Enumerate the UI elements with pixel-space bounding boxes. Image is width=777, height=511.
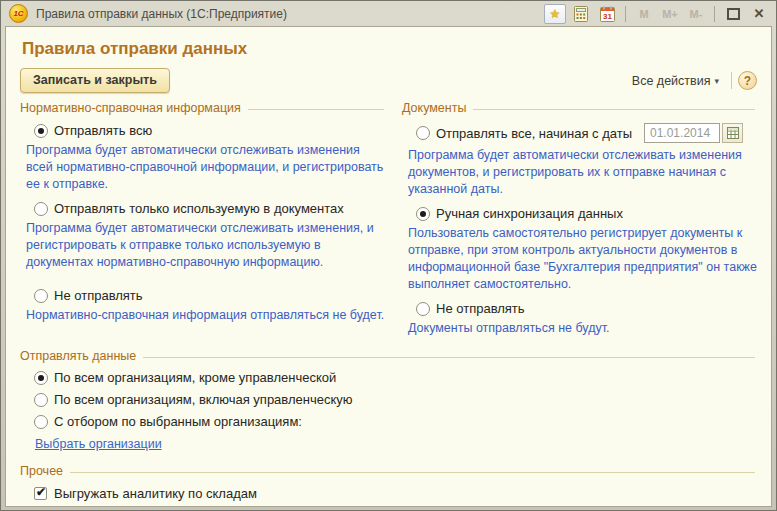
group-title: Документы (402, 101, 466, 115)
1c-logo-icon: 1С (9, 4, 28, 23)
group-title: Прочее (20, 464, 63, 478)
radio-button[interactable] (34, 289, 48, 303)
memory-m-plus-button[interactable]: M+ (659, 4, 681, 24)
group-title: Отправлять данные (20, 349, 136, 363)
option-description: Пользователь самостоятельно регистрирует… (408, 225, 757, 293)
maximize-icon (727, 8, 740, 20)
favorites-button[interactable]: ★ (544, 4, 566, 24)
calculator-button[interactable] (570, 4, 592, 24)
radio-label: Не отправлять (54, 288, 143, 303)
date-picker-button[interactable] (722, 123, 743, 143)
radio-button[interactable] (416, 126, 430, 140)
help-button[interactable]: ? (738, 71, 757, 90)
send_data-option[interactable]: По всем организациям, кроме управленческ… (34, 370, 757, 385)
calendar-button[interactable]: 31 (596, 4, 618, 24)
memory-m-button[interactable]: M (633, 4, 655, 24)
all-actions-label: Все действия (632, 74, 711, 88)
radio-label: С отбором по выбранным организациям: (54, 414, 302, 429)
radio-button[interactable] (34, 371, 48, 385)
group-header-other: Прочее (20, 464, 757, 478)
titlebar-separator (625, 6, 626, 22)
send_data-option[interactable]: С отбором по выбранным организациям: (34, 414, 757, 429)
titlebar-buttons: ★ 31 M M+ M- (544, 4, 770, 24)
radio-button[interactable] (34, 393, 48, 407)
radio-button[interactable] (416, 207, 430, 221)
radio-label: Ручная синхронизация данных (436, 206, 623, 221)
option-description: Программа будет автоматически отслеживат… (408, 147, 757, 198)
maximize-button[interactable] (722, 4, 744, 24)
form-content: Правила отправки данных Записать и закры… (5, 26, 772, 507)
radio-label: Отправлять всю (54, 123, 152, 138)
option-description: Программа будет автоматически отслеживат… (26, 220, 386, 271)
radio-label: Отправлять все, начиная с даты (436, 126, 632, 141)
group-documents: Документы Отправлять все, начиная с даты… (402, 97, 757, 337)
chevron-down-icon: ▾ (714, 76, 719, 86)
nsi-option[interactable]: Не отправлять (34, 288, 386, 303)
calculator-icon (574, 6, 588, 22)
save-and-close-button[interactable]: Записать и закрыть (20, 68, 170, 93)
start-date-widget (644, 123, 743, 143)
radio-button[interactable] (416, 302, 430, 316)
group-send-data: Отправлять данные По всем организациям, … (20, 349, 757, 452)
nsi-option[interactable]: Отправлять только используемую в докумен… (34, 201, 386, 216)
group-header-documents: Документы (402, 101, 757, 115)
option-description: Документы отправляться не будут. (408, 320, 757, 337)
toolbar-right: Все действия ▾ ? (626, 71, 757, 90)
documents-option[interactable]: Не отправлять (416, 301, 757, 316)
warehouse-analytics-option[interactable]: ✔ Выгружать аналитику по складам (34, 486, 757, 501)
checkmark-icon: ✔ (36, 485, 46, 499)
nsi-option[interactable]: Отправлять всю (34, 123, 386, 138)
radio-label: Не отправлять (436, 301, 525, 316)
1c-logo-text: 1С (13, 10, 23, 18)
calendar-grid-icon (727, 127, 739, 139)
group-rule (473, 109, 755, 110)
upload-warehouse-analytics-checkbox[interactable]: ✔ (34, 487, 47, 500)
radio-button[interactable] (34, 202, 48, 216)
radio-label: По всем организациям, кроме управленческ… (54, 370, 336, 385)
documents-option[interactable]: Ручная синхронизация данных (416, 206, 757, 221)
checkbox-label: Выгружать аналитику по складам (54, 486, 257, 501)
option-description: Нормативно-справочная информация отправл… (26, 307, 386, 324)
group-rule (143, 357, 755, 358)
window-title: Правила отправки данных (1С:Предприятие) (36, 7, 287, 21)
option-description: Программа будет автоматически отслеживат… (26, 142, 386, 193)
toolbar-separator (731, 72, 732, 89)
top-columns: Нормативно-справочная информация Отправл… (20, 97, 757, 337)
nsi-options: Отправлять всюПрограмма будет автоматиче… (20, 123, 386, 324)
toolbar: Записать и закрыть Все действия ▾ ? (20, 68, 757, 93)
titlebar-separator (714, 6, 715, 22)
group-rule (70, 472, 755, 473)
radio-label: По всем организациям, включая управленче… (54, 392, 353, 407)
page-title: Правила отправки данных (22, 39, 757, 59)
group-nsi: Нормативно-справочная информация Отправл… (20, 97, 386, 337)
calendar-icon: 31 (600, 6, 615, 22)
group-rule (248, 109, 384, 110)
send_data-option[interactable]: По всем организациям, включая управленче… (34, 392, 757, 407)
radio-button[interactable] (34, 415, 48, 429)
group-header-send-data: Отправлять данные (20, 349, 757, 363)
all-actions-button[interactable]: Все действия ▾ (626, 72, 725, 90)
radio-label: Отправлять только используемую в докумен… (54, 201, 344, 216)
documents-option[interactable]: Отправлять все, начиная с даты (416, 123, 757, 143)
star-icon: ★ (550, 8, 561, 20)
close-button[interactable]: ✕ (748, 4, 770, 24)
select-organizations-link[interactable]: Выбрать организации (35, 437, 162, 451)
documents-options: Отправлять все, начиная с датыПрограмма … (402, 123, 757, 337)
group-other: Прочее ✔ Выгружать аналитику по складам … (20, 464, 757, 511)
send-data-options: По всем организациям, кроме управленческ… (20, 370, 757, 429)
titlebar: 1С Правила отправки данных (1С:Предприят… (5, 1, 772, 26)
svg-text:31: 31 (603, 12, 612, 21)
app-window: 1С Правила отправки данных (1С:Предприят… (0, 0, 777, 511)
group-header-nsi: Нормативно-справочная информация (20, 101, 386, 115)
radio-button[interactable] (34, 124, 48, 138)
group-title: Нормативно-справочная информация (20, 101, 241, 115)
memory-m-minus-button[interactable]: M- (685, 4, 707, 24)
start-date-input[interactable] (644, 123, 720, 143)
